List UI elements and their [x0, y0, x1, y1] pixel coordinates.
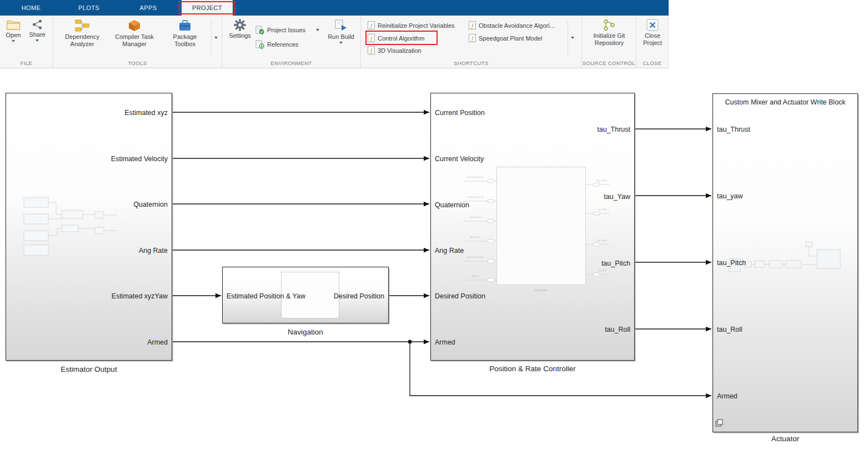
block-navigation[interactable]: Estimated Position & Yaw Desired Positio… [222, 267, 389, 323]
toolbox-icon [178, 19, 192, 32]
shortcuts-gallery-expand-button[interactable] [568, 20, 577, 56]
chevron-down-icon[interactable] [339, 42, 343, 44]
port-tau-roll-in: tau_Roll [717, 326, 742, 333]
references-button[interactable]: References [255, 39, 298, 50]
settings-label: Settings [229, 32, 251, 39]
project-issues-button[interactable]: Project Issues [255, 24, 319, 36]
shortcut-function-icon: f [368, 46, 375, 54]
inner-block-label: Controller [534, 288, 548, 292]
share-label: Share [29, 31, 45, 38]
package-toolbox-button[interactable]: Package Toolbox [161, 19, 209, 48]
port-ang-rate-in: Ang Rate [435, 247, 464, 255]
port-tau-pitch-out: tau_Pitch [601, 260, 630, 267]
tab-project[interactable]: PROJECT [182, 0, 233, 16]
settings-button[interactable]: Settings [227, 19, 253, 39]
compiler-task-manager-label: Compiler Task Manager [111, 33, 158, 48]
block-estimator-output[interactable]: Estimated xyz Estimated Velocity Quatern… [6, 93, 172, 361]
port-estimated-position-yaw: Estimated Position & Yaw [227, 292, 305, 300]
port-desired-position: Desired Position [435, 292, 485, 300]
shortcut-label: Control Algorithm [378, 35, 424, 42]
run-build-icon [334, 19, 348, 32]
block-name-actuator: Actuator [713, 435, 858, 443]
shortcut-3d-visualization[interactable]: f 3D Visualization [368, 44, 422, 56]
port-tau-yaw-in: tau_yaw [717, 192, 743, 200]
git-branch-icon [603, 19, 615, 31]
dependency-analyzer-icon [75, 19, 89, 32]
actuator-preview [728, 240, 847, 292]
ribbon-group-tools: Dependency Analyzer Compiler Task Manage… [53, 16, 222, 68]
group-label-close: CLOSE [636, 60, 668, 66]
shortcut-function-icon: f [469, 34, 476, 42]
tab-home[interactable]: HOME [10, 0, 52, 16]
shortcut-obstacle-avoidance[interactable]: f Obstacle Avoidance Algori... [469, 19, 555, 31]
shortcut-label: Speedgoat Plant Model [479, 35, 542, 42]
initialize-git-repository-button[interactable]: Initialize Git Repository [588, 19, 631, 47]
port-tau-roll-out: tau_Roll [605, 326, 630, 333]
group-label-file: FILE [0, 60, 53, 66]
shortcut-function-icon: f [368, 21, 375, 29]
block-actuator[interactable]: Custom Mixer and Actuator Write Block ta… [713, 93, 858, 432]
run-build-button[interactable]: Run Build [324, 19, 358, 44]
port-quaternion: Quaternion [133, 201, 168, 208]
port-estimated-xyz: Estimated xyz [124, 109, 168, 117]
ribbon-group-source-control: Initialize Git Repository SOURCE CONTROL [582, 16, 636, 68]
inner-port-label: Ang Rate [470, 236, 480, 238]
dependency-analyzer-label: Dependency Analyzer [60, 33, 104, 48]
initialize-git-repository-label: Initialize Git Repository [588, 32, 631, 47]
inner-port-label: Current Position [467, 176, 484, 178]
dependency-analyzer-button[interactable]: Dependency Analyzer [57, 19, 108, 48]
ribbon-group-shortcuts: f Reinitialize Project Variables f Contr… [361, 16, 582, 68]
tab-plots[interactable]: PLOTS [66, 0, 112, 16]
port-current-velocity: Current Velocity [435, 155, 484, 163]
share-icon [32, 19, 43, 30]
port-estimated-xyzyaw: Estimated xyzYaw [112, 292, 168, 300]
shortcut-control-algorithm[interactable]: f Control Algorithm [368, 32, 424, 44]
port-tau-thrust-in: tau_Thrust [717, 126, 750, 133]
actuator-title: Custom Mixer and Actuator Write Block [713, 98, 857, 106]
group-label-tools: TOOLS [53, 60, 222, 66]
branch-point [408, 340, 412, 344]
chevron-down-icon[interactable] [316, 29, 319, 31]
group-label-environment: ENVIRONMENT [222, 60, 360, 66]
ribbon-group-file: Open Share FILE [0, 16, 53, 68]
close-project-button[interactable]: Close Project [638, 19, 668, 47]
port-tau-pitch-in: tau_Pitch [717, 259, 746, 267]
compiler-task-manager-button[interactable]: Compiler Task Manager [109, 19, 160, 48]
open-folder-icon [6, 19, 21, 31]
port-armed-actuator: Armed [717, 392, 737, 400]
compiler-cube-icon [128, 19, 141, 32]
run-build-label: Run Build [328, 33, 354, 41]
inner-port-label: tau_Thrust [596, 179, 608, 182]
close-project-icon [646, 19, 659, 31]
port-estimated-velocity: Estimated Velocity [111, 155, 168, 163]
block-position-rate-controller[interactable]: Current Position Current Velocity Quater… [430, 93, 635, 361]
chevron-down-icon[interactable] [12, 40, 15, 42]
block-name-navigation: Navigation [222, 328, 389, 336]
simulink-project-window: HOME PLOTS APPS PROJECT Open Share F [0, 0, 868, 449]
port-tau-yaw-out: tau_Yaw [604, 193, 630, 201]
shortcut-reinitialize-project-variables[interactable]: f Reinitialize Project Variables [368, 19, 455, 31]
block-name-controller: Position & Rate Controller [430, 365, 635, 373]
inner-port-label: Armed [472, 275, 479, 277]
inner-port-label: Desired Position [467, 256, 484, 258]
toolstrip-tab-bar: HOME PLOTS APPS PROJECT [0, 0, 669, 16]
open-button[interactable]: Open [3, 19, 24, 42]
share-button[interactable]: Share [26, 19, 48, 42]
chevron-down-icon[interactable] [36, 39, 39, 42]
close-project-label: Close Project [639, 32, 666, 47]
gear-icon [234, 19, 246, 31]
references-icon [255, 40, 264, 49]
shortcut-function-icon: f [368, 34, 375, 42]
controller-preview: Current Position Current Velocity Quater… [448, 166, 631, 298]
port-current-position: Current Position [435, 109, 485, 117]
inner-port-label: Quaternion [470, 216, 481, 218]
project-issues-label: Project Issues [267, 27, 305, 33]
tools-gallery-expand-button[interactable] [211, 20, 220, 56]
tab-apps[interactable]: APPS [127, 0, 170, 16]
group-label-shortcuts: SHORTCUTS [361, 60, 581, 66]
open-label: Open [6, 32, 21, 39]
ribbon-group-close: Close Project CLOSE [636, 16, 669, 68]
shortcut-speedgoat-plant-model[interactable]: f Speedgoat Plant Model [469, 32, 542, 44]
port-tau-thrust-out: tau_Thrust [597, 126, 630, 133]
estimator-preview [23, 194, 131, 260]
